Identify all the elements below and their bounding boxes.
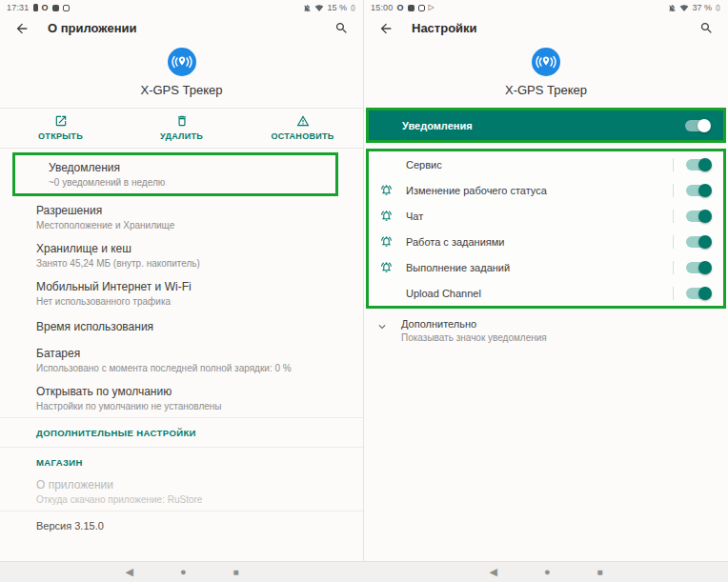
status-app-icon <box>63 5 70 11</box>
search-button[interactable] <box>333 20 350 37</box>
notification-settings-screen: 15:00 O ▷ 37 % Настройки <box>364 0 728 561</box>
clock: 17:31 <box>7 3 30 12</box>
channel-label: Выполнение заданий <box>406 262 673 273</box>
notifications-master-label: Уведомления <box>402 120 685 131</box>
channel-row-chat[interactable]: Чат <box>369 203 723 229</box>
channel-toggle[interactable] <box>686 185 711 196</box>
list-item-subtitle: Местоположение и Хранилище <box>36 220 348 231</box>
recents-icon[interactable]: ■ <box>597 568 603 577</box>
notifications-master-toggle[interactable] <box>685 120 710 131</box>
status-bar-left: 17:31 O <box>7 3 70 12</box>
channel-label: Изменение рабочего статуса <box>406 185 673 196</box>
search-icon <box>334 21 349 35</box>
battery-icon <box>715 3 721 12</box>
section-header-advanced-settings[interactable]: ДОПОЛНИТЕЛЬНЫЕ НАСТРОЙКИ <box>0 418 363 447</box>
channel-label: Сервис <box>406 159 673 171</box>
channel-icon-slot <box>380 235 406 248</box>
recents-icon[interactable]: ■ <box>233 568 239 577</box>
wifi-icon <box>314 4 324 12</box>
status-app-icon <box>408 5 415 11</box>
navigation-bar-right: ◀ ● ■ <box>364 562 728 582</box>
toggle-thumb <box>698 158 712 171</box>
channel-row-service[interactable]: Сервис <box>369 151 723 177</box>
channel-toggle[interactable] <box>686 288 711 299</box>
divider <box>673 235 674 249</box>
list-item-title: О приложении <box>36 478 348 492</box>
divider <box>673 261 674 274</box>
app-bar: Настройки <box>364 15 728 41</box>
back-button[interactable] <box>13 20 30 37</box>
list-item-notifications[interactable]: Уведомления ~0 уведомлений в неделю <box>15 155 335 193</box>
status-app-icon <box>418 5 425 11</box>
search-icon <box>699 21 714 35</box>
app-identity: X-GPS Трекер <box>364 41 728 108</box>
toggle-thumb <box>698 287 712 300</box>
status-app-icon: ▷ <box>429 4 435 11</box>
channel-label: Чат <box>406 211 673 222</box>
channel-row-task-completion[interactable]: Выполнение заданий <box>369 254 723 280</box>
channel-toggle[interactable] <box>686 211 711 222</box>
channel-toggle[interactable] <box>686 262 711 273</box>
advanced-subtitle: Показывать значок уведомления <box>401 332 547 343</box>
list-item-subtitle: ~0 уведомлений в неделю <box>49 177 320 188</box>
channel-row-status-change[interactable]: Изменение рабочего статуса <box>369 177 723 203</box>
status-app-icon <box>52 5 59 11</box>
toggle-thumb <box>698 210 712 223</box>
app-name: X-GPS Трекер <box>0 83 363 97</box>
notifications-master-row[interactable]: Уведомления <box>369 110 723 140</box>
list-item-permissions[interactable]: Разрешения Местоположение и Хранилище <box>0 198 363 236</box>
back-button[interactable] <box>377 20 394 37</box>
channel-row-upload-channel[interactable]: Upload Channel <box>369 280 723 306</box>
open-button[interactable]: ОТКРЫТЬ <box>0 114 121 141</box>
search-button[interactable] <box>698 20 715 37</box>
status-app-icon: O <box>42 4 49 11</box>
list-item-subtitle: Откуда скачано приложение: RuStore <box>36 494 348 505</box>
channel-row-task-work[interactable]: Работа с заданиями <box>369 229 723 254</box>
trash-icon <box>175 114 189 128</box>
navigation-bar: ◀ ● ■ ◀ ● ■ <box>0 561 728 582</box>
list-item-mobile-data[interactable]: Мобильный Интернет и Wi-Fi Нет использов… <box>0 274 363 312</box>
navigation-bar-left: ◀ ● ■ <box>0 562 364 582</box>
battery-icon <box>350 3 356 12</box>
channel-toggle[interactable] <box>686 159 711 171</box>
home-icon[interactable]: ● <box>180 567 187 577</box>
list-item-storage[interactable]: Хранилище и кеш Занято 45,24 МБ (внутр. … <box>0 236 363 274</box>
list-item-about-store: О приложении Откуда скачано приложение: … <box>0 476 363 511</box>
list-item-battery[interactable]: Батарея Использовано с момента последней… <box>0 341 363 379</box>
open-in-new-icon <box>54 114 68 128</box>
force-stop-button[interactable]: ОСТАНОВИТЬ <box>242 114 363 141</box>
toggle-thumb <box>698 235 712 249</box>
status-bar-left: 15:00 O ▷ <box>371 3 435 12</box>
channel-toggle[interactable] <box>686 236 711 248</box>
channel-icon-slot <box>380 261 406 273</box>
list-item-open-by-default[interactable]: Открывать по умолчанию Настройки по умол… <box>0 379 363 417</box>
list-item-title: Разрешения <box>36 204 348 217</box>
home-icon[interactable]: ● <box>544 567 551 577</box>
status-bar-right: 37 % <box>668 3 721 12</box>
status-bar-right: 15 % <box>303 3 356 12</box>
bell-ringing-icon <box>380 235 393 248</box>
channel-label: Работа с заданиями <box>406 236 673 248</box>
uninstall-button[interactable]: УДАЛИТЬ <box>121 114 242 141</box>
advanced-expander[interactable]: Дополнительно Показывать значок уведомле… <box>364 309 728 352</box>
list-item-title: Батарея <box>36 347 348 360</box>
list-item-screen-time[interactable]: Время использования <box>0 312 363 341</box>
toggle-thumb <box>698 119 711 132</box>
list-item-title: Открывать по умолчанию <box>36 385 348 398</box>
force-stop-button-label: ОСТАНОВИТЬ <box>271 131 334 141</box>
channel-label: Upload Channel <box>406 288 673 299</box>
divider <box>673 210 674 223</box>
chevron-down-icon <box>375 320 389 333</box>
back-icon[interactable]: ◀ <box>489 567 496 577</box>
advanced-title: Дополнительно <box>401 318 547 330</box>
list-item-title: Мобильный Интернет и Wi-Fi <box>36 280 348 293</box>
toggle-thumb <box>698 261 712 274</box>
uninstall-button-label: УДАЛИТЬ <box>160 131 203 141</box>
app-bar: О приложении <box>0 15 363 41</box>
back-icon[interactable]: ◀ <box>125 567 132 577</box>
page-title: Настройки <box>412 21 698 35</box>
advanced-text: Дополнительно Показывать значок уведомле… <box>401 318 547 343</box>
list-item-title: Время использования <box>36 320 348 333</box>
list-item-title: Хранилище и кеш <box>36 242 348 255</box>
toggle-thumb <box>698 184 712 197</box>
